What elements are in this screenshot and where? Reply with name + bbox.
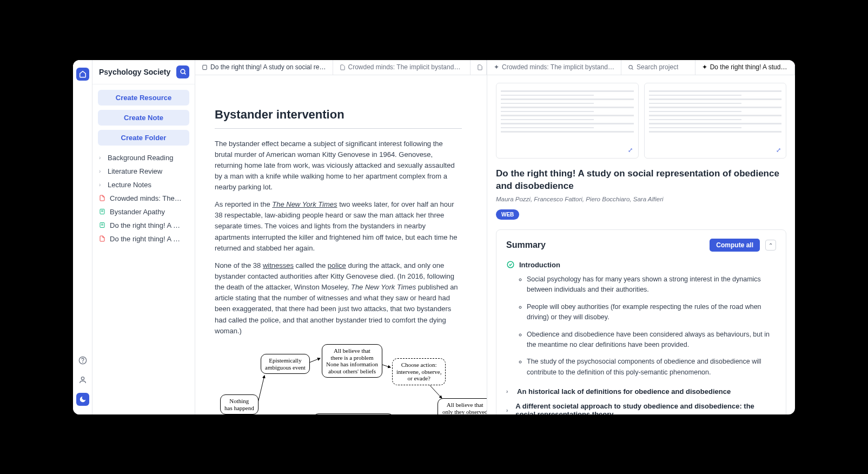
note-icon — [99, 208, 107, 215]
tab-crowded-minds-ai[interactable]: ✦ Crowded minds: The implicit bystander … — [487, 60, 621, 75]
summary-heading: Summary — [506, 240, 546, 250]
right-body: ⤢ ⤢ Do the right thing! A study on socia… — [487, 75, 795, 414]
svg-rect-6 — [203, 65, 207, 69]
chevron-right-icon: › — [99, 168, 104, 174]
section-title: Introduction — [519, 261, 560, 269]
tab-label: Do the right thing! A study on social re… — [210, 63, 326, 71]
check-icon — [506, 260, 515, 269]
sidebar-item-background-reading[interactable]: ›Background Reading — [96, 151, 191, 164]
create-folder-button[interactable]: Create Folder — [98, 130, 189, 146]
left-rail — [73, 60, 92, 414]
chevron-right-icon: › — [99, 155, 104, 161]
sidebar: Psychology Society Create Resource Creat… — [92, 60, 195, 414]
link-police[interactable]: police — [328, 261, 346, 269]
sparkle-icon: ✦ — [702, 63, 707, 71]
link-witnesses[interactable]: witnesses — [263, 261, 294, 269]
page-thumbnail[interactable]: ⤢ — [496, 83, 639, 159]
section-societal[interactable]: › A different societal approach to study… — [506, 399, 776, 414]
tab-label: Do the right thing! A study on — [710, 63, 788, 71]
svg-point-1 — [82, 362, 83, 363]
user-icon[interactable] — [76, 373, 89, 386]
bullet: Social psychology has for many years sho… — [527, 274, 776, 295]
tab-do-right[interactable]: Do the right thing! A study on social re… — [195, 60, 333, 75]
sidebar-item-do-right-pdf[interactable]: Do the right thing! A … — [96, 232, 191, 246]
paper-authors: Maura Pozzi, Francesco Fattori, Piero Bo… — [496, 196, 786, 202]
paragraph: As reported in the The New York Times tw… — [215, 199, 462, 254]
chevron-right-icon: › — [506, 389, 513, 394]
svg-line-7 — [258, 376, 264, 403]
right-tabs: ✦ Crowded minds: The implicit bystander … — [487, 60, 795, 75]
chevron-right-icon: › — [506, 407, 511, 413]
bullet: Obedience and disobedience have been con… — [527, 330, 776, 351]
sidebar-item-lecture-notes[interactable]: ›Lecture Notes — [96, 178, 191, 192]
search-icon — [628, 64, 634, 70]
help-icon[interactable] — [76, 354, 89, 367]
tab-label: Crowded minds: The implicit bystander e… — [348, 63, 464, 71]
file-tree: ›Background Reading ›Literature Review ›… — [92, 151, 195, 246]
tab-label: Search project — [637, 63, 678, 71]
section-title: A different societal approach to study o… — [515, 402, 776, 414]
flow-box: Choose action:intervene, observe,or evad… — [392, 358, 446, 385]
sparkle-icon: ✦ — [494, 63, 499, 71]
page-thumbnail[interactable]: ⤢ — [644, 83, 787, 159]
doc-body: The bystander effect became a subject of… — [215, 139, 462, 337]
chevron-right-icon: › — [99, 182, 104, 188]
home-icon[interactable] — [76, 68, 89, 81]
flow-box: Nothinghas happend — [220, 394, 259, 414]
divider — [215, 128, 462, 129]
tab-do-right-ai[interactable]: ✦ Do the right thing! A study on — [695, 60, 795, 75]
flowchart-diagram: Nothinghas happend Epistemicallyambiguou… — [215, 343, 487, 414]
tab-crowded-minds[interactable]: Crowded minds: The implicit bystander e… — [333, 60, 471, 75]
search-button[interactable] — [176, 65, 189, 78]
flow-box: Interpretation of action:what beliefs co… — [313, 413, 394, 414]
project-title: Psychology Society — [99, 68, 170, 76]
doc-icon — [477, 64, 483, 70]
paragraph: None of the 38 witnesses called the poli… — [215, 260, 462, 337]
summary-card: Summary Compute all ⌃ Introduction Socia… — [496, 229, 786, 414]
expand-icon[interactable]: ⤢ — [626, 146, 635, 155]
pdf-icon — [99, 235, 107, 242]
flow-box: Epistemicallyambiguous event — [261, 354, 310, 374]
editor-tabs: Do the right thing! A study on social re… — [195, 60, 487, 75]
pdf-icon — [99, 194, 107, 202]
section-title: An historical lack of definitions for ob… — [517, 387, 731, 396]
sidebar-item-bystander-apathy[interactable]: Bystander Apathy — [96, 205, 191, 219]
paragraph: The bystander effect became a subject of… — [215, 139, 462, 193]
sidebar-item-crowded-minds[interactable]: Crowded minds: The… — [96, 192, 191, 205]
note-icon — [99, 221, 107, 229]
expand-icon[interactable]: ⤢ — [774, 146, 783, 155]
research-panel: ✦ Crowded minds: The implicit bystander … — [487, 60, 795, 414]
main-area: Do the right thing! A study on social re… — [195, 60, 795, 414]
section-history[interactable]: › An historical lack of definitions for … — [506, 384, 776, 399]
flow-box: All believe thatonly they observedOthers… — [438, 398, 487, 414]
svg-point-2 — [81, 377, 84, 379]
bullet: People will obey authorities (for exampl… — [527, 302, 776, 323]
theme-icon[interactable] — [76, 393, 89, 406]
tab-search-project[interactable]: Search project — [621, 60, 695, 75]
editor-column: Do the right thing! A study on social re… — [195, 60, 487, 414]
tab-b[interactable]: B — [471, 60, 487, 75]
create-note-button[interactable]: Create Note — [98, 110, 189, 126]
app-window: Psychology Society Create Resource Creat… — [73, 60, 795, 414]
tab-label: Crowded minds: The implicit bystander e… — [502, 63, 614, 71]
summary-bullets: Social psychology has for many years sho… — [506, 274, 776, 378]
sidebar-item-do-right-note[interactable]: Do the right thing! A … — [96, 219, 191, 232]
svg-line-10 — [428, 384, 442, 398]
collapse-button[interactable]: ⌃ — [765, 240, 776, 251]
doc-title: Bystander intervention — [215, 108, 462, 122]
svg-point-3 — [181, 69, 185, 74]
link-nyt[interactable]: The New York Times — [272, 200, 337, 208]
web-badge: WEB — [496, 209, 519, 220]
thumbnails: ⤢ ⤢ — [496, 83, 786, 159]
doc-icon — [340, 64, 346, 70]
bullet: The study of the psychosocial components… — [527, 357, 776, 378]
svg-point-17 — [629, 65, 632, 68]
sidebar-item-literature-review[interactable]: ›Literature Review — [96, 164, 191, 178]
compute-all-button[interactable]: Compute all — [710, 239, 760, 252]
paper-title: Do the right thing! A study on social re… — [496, 167, 786, 193]
section-introduction[interactable]: Introduction — [506, 260, 776, 269]
flow-box: All believe thatthere is a problemNone h… — [322, 344, 382, 378]
note-icon — [202, 64, 208, 70]
create-resource-button[interactable]: Create Resource — [98, 90, 189, 106]
document-content: Bystander intervention The bystander eff… — [195, 75, 487, 414]
